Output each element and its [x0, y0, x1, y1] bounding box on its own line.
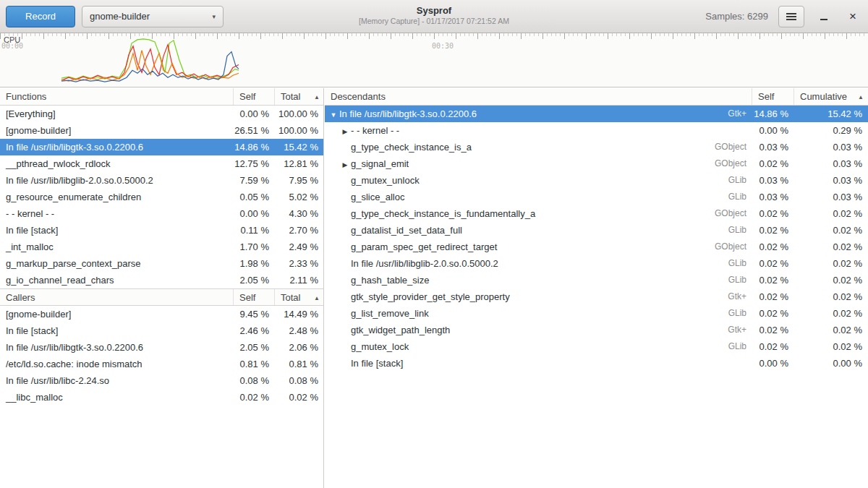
- row-category-badge: GLib: [728, 255, 752, 272]
- row-name: In file /usr/lib/libgtk-3.so.0.2200.6: [0, 139, 234, 155]
- record-button[interactable]: Record: [6, 6, 75, 27]
- row-name: In file [stack]: [0, 322, 234, 339]
- table-row[interactable]: gtk_style_provider_get_style_propertyGtk…: [325, 288, 868, 305]
- self-column-header[interactable]: Self: [752, 88, 794, 105]
- table-row[interactable]: In file /usr/lib/libglib-2.0.so.0.5000.2…: [0, 172, 323, 189]
- table-row[interactable]: g_mutex_lockGLib0.02 %0.02 %: [325, 338, 868, 355]
- row-name: gtk_widget_path_length: [351, 325, 450, 335]
- functions-table-header: Functions Self Total▲: [0, 88, 323, 106]
- total-column-header[interactable]: Total▲: [275, 88, 324, 105]
- table-row[interactable]: - - kernel - -0.00 %4.30 %: [0, 205, 323, 222]
- table-row[interactable]: In file /usr/lib/libgtk-3.so.0.2200.614.…: [0, 139, 323, 155]
- table-row[interactable]: [gnome-builder]9.45 %14.49 %: [0, 306, 323, 322]
- table-row[interactable]: ▼In file /usr/lib/libgtk-3.so.0.2200.6Gt…: [325, 106, 868, 122]
- table-row[interactable]: g_datalist_id_set_data_fullGLib0.02 %0.0…: [325, 222, 868, 239]
- table-row[interactable]: In file /usr/lib/libc-2.24.so0.08 %0.08 …: [0, 372, 323, 389]
- row-name: g_type_check_instance_is_a: [351, 142, 472, 153]
- table-row[interactable]: gtk_widget_path_lengthGtk+0.02 %0.02 %: [325, 322, 868, 338]
- table-row[interactable]: g_io_channel_read_chars2.05 %2.11 %: [0, 272, 323, 288]
- expander-right-icon[interactable]: ▶: [339, 157, 351, 172]
- row-name: In file [stack]: [0, 222, 234, 239]
- table-row[interactable]: g_type_check_instance_is_aGObject0.03 %0…: [325, 139, 868, 155]
- row-category-badge: GLib: [728, 172, 752, 189]
- self-column-header[interactable]: Self: [234, 289, 275, 305]
- callers-table-header: Callers Self Total▲: [0, 288, 323, 306]
- table-row[interactable]: g_slice_allocGLib0.03 %0.03 %: [325, 189, 868, 205]
- descendants-column-header[interactable]: Descendants: [325, 88, 752, 105]
- row-self-percent: 0.02 %: [752, 255, 794, 272]
- row-self-percent: 2.46 %: [234, 322, 275, 339]
- row-category-badge: GLib: [728, 222, 752, 239]
- row-self-percent: 12.75 %: [234, 155, 275, 172]
- cpu-graph[interactable]: CPU 00:00 00:30: [0, 33, 868, 87]
- table-row[interactable]: g_param_spec_get_redirect_targetGObject0…: [325, 239, 868, 255]
- row-category-badge: GObject: [715, 239, 752, 255]
- self-column-header[interactable]: Self: [234, 88, 275, 105]
- row-total-percent: 2.11 %: [275, 272, 324, 288]
- row-name: /etc/ld.so.cache: inode mismatch: [0, 356, 234, 372]
- row-name-cell: g_mutex_unlock: [325, 172, 728, 189]
- table-row[interactable]: In file /usr/lib/libgtk-3.so.0.2200.62.0…: [0, 339, 323, 356]
- cumulative-column-header[interactable]: Cumulative▲: [794, 88, 868, 105]
- chevron-down-icon: ▾: [212, 13, 216, 20]
- callers-column-header[interactable]: Callers: [0, 289, 234, 305]
- row-category-badge: Gtk+: [728, 322, 752, 338]
- expander-down-icon[interactable]: ▼: [328, 107, 339, 122]
- table-row[interactable]: ▶- - kernel - -0.00 %0.29 %: [325, 122, 868, 139]
- row-cumulative-percent: 0.03 %: [794, 189, 868, 205]
- table-row[interactable]: [gnome-builder]26.51 %100.00 %: [0, 122, 323, 139]
- minimize-button[interactable]: [814, 7, 833, 26]
- row-self-percent: 0.02 %: [752, 288, 794, 305]
- row-name: gtk_style_provider_get_style_property: [351, 291, 510, 302]
- row-name-cell: g_hash_table_size: [325, 272, 728, 288]
- row-total-percent: 2.33 %: [275, 255, 324, 272]
- row-category-badge: GLib: [728, 189, 752, 205]
- table-row[interactable]: __libc_malloc0.02 %0.02 %: [0, 389, 323, 406]
- table-row[interactable]: ▶g_signal_emitGObject0.02 %0.03 %: [325, 155, 868, 172]
- row-cumulative-percent: 0.29 %: [794, 122, 868, 139]
- table-row[interactable]: g_list_remove_linkGLib0.02 %0.02 %: [325, 305, 868, 322]
- row-category-badge: GLib: [728, 338, 752, 355]
- row-name: - - kernel - -: [351, 125, 399, 136]
- row-total-percent: 5.02 %: [275, 189, 324, 205]
- row-name: g_slice_alloc: [351, 192, 404, 202]
- process-selector[interactable]: gnome-builder ▾: [82, 6, 224, 27]
- table-row[interactable]: [Everything]0.00 %100.00 %: [0, 106, 323, 122]
- row-self-percent: 0.08 %: [234, 372, 275, 389]
- row-self-percent: 26.51 %: [234, 122, 275, 139]
- table-row[interactable]: /etc/ld.so.cache: inode mismatch0.81 %0.…: [0, 356, 323, 372]
- table-row[interactable]: In file [stack]0.00 %0.00 %: [325, 355, 868, 372]
- row-cumulative-percent: 0.02 %: [794, 239, 868, 255]
- table-row[interactable]: g_hash_table_sizeGLib0.02 %0.02 %: [325, 272, 868, 288]
- table-row[interactable]: g_mutex_unlockGLib0.03 %0.03 %: [325, 172, 868, 189]
- row-category-badge: GLib: [728, 272, 752, 288]
- row-name-cell: g_mutex_lock: [325, 338, 728, 355]
- table-row[interactable]: In file /usr/lib/libglib-2.0.so.0.5000.2…: [325, 255, 868, 272]
- row-self-percent: 0.03 %: [752, 172, 794, 189]
- total-column-header[interactable]: Total▲: [275, 289, 324, 305]
- row-self-percent: 0.02 %: [752, 155, 794, 172]
- row-category-badge: GObject: [715, 205, 752, 222]
- table-row[interactable]: g_markup_parse_context_parse1.98 %2.33 %: [0, 255, 323, 272]
- table-row[interactable]: g_type_check_instance_is_fundamentally_a…: [325, 205, 868, 222]
- descendants-table: ▼In file /usr/lib/libgtk-3.so.0.2200.6Gt…: [325, 106, 868, 372]
- row-self-percent: 0.03 %: [752, 189, 794, 205]
- row-self-percent: 0.81 %: [234, 356, 275, 372]
- table-row[interactable]: g_resource_enumerate_children0.05 %5.02 …: [0, 189, 323, 205]
- row-name: g_mutex_lock: [351, 341, 409, 352]
- row-name: - - kernel - -: [0, 205, 234, 222]
- functions-column-header[interactable]: Functions: [0, 88, 234, 105]
- expander-right-icon[interactable]: ▶: [339, 124, 351, 139]
- row-cumulative-percent: 0.03 %: [794, 172, 868, 189]
- row-total-percent: 15.42 %: [275, 139, 324, 155]
- table-row[interactable]: _int_malloc1.70 %2.49 %: [0, 239, 323, 255]
- table-row[interactable]: __pthread_rwlock_rdlock12.75 %12.81 %: [0, 155, 323, 172]
- table-row[interactable]: In file [stack]0.11 %2.70 %: [0, 222, 323, 239]
- row-name: In file /usr/lib/libc-2.24.so: [0, 372, 234, 389]
- table-row[interactable]: In file [stack]2.46 %2.48 %: [0, 322, 323, 339]
- close-button[interactable]: ×: [843, 7, 862, 26]
- menu-button[interactable]: [778, 6, 804, 27]
- row-total-percent: 0.81 %: [275, 356, 324, 372]
- row-name: [gnome-builder]: [0, 122, 234, 139]
- row-self-percent: 0.02 %: [234, 389, 275, 406]
